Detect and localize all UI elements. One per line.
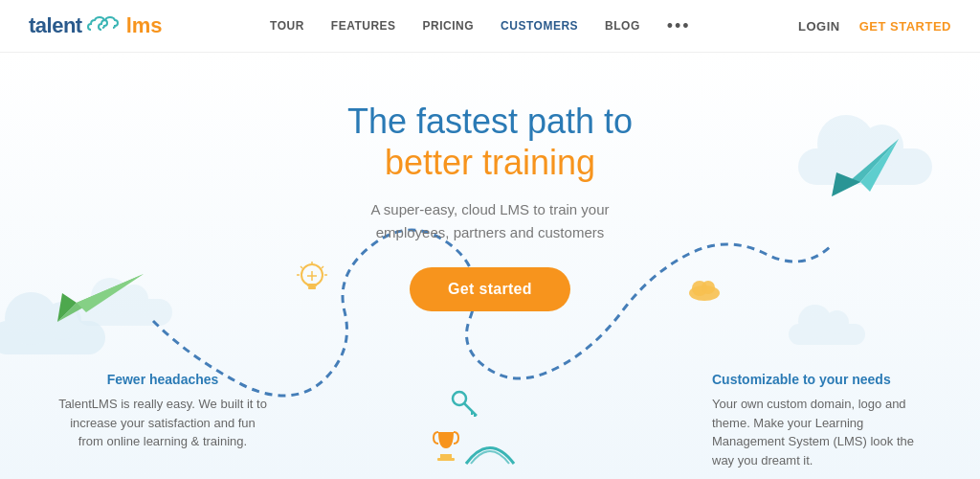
hero-subtitle: A super-easy, cloud LMS to train your em… [19,198,961,244]
get-started-button[interactable]: Get started [410,267,570,311]
hero-subtitle-line1: A super-easy, cloud LMS to train your [370,201,609,217]
logo-cloud-icon [86,15,122,33]
nav-links: TOUR FEATURES PRICING CUSTOMERS BLOG ••• [270,16,691,36]
hero-subtitle-line2: employees, partners and customers [376,224,604,240]
nav-tour[interactable]: TOUR [270,19,304,33]
hero-title-line2: better training [19,142,961,183]
logo-talent-text: talent [29,13,82,38]
cloud-4 [789,324,865,345]
feature-right-title: Customizable to your needs [712,372,923,387]
nav-right: LOGIN GET STARTED [798,19,951,34]
nav-blog[interactable]: BLOG [605,19,640,33]
nav-customers[interactable]: CUSTOMERS [501,19,578,33]
feature-left: Fewer headaches TalentLMS is really easy… [57,372,268,469]
nav-login[interactable]: LOGIN [798,19,840,34]
bottom-features: Fewer headaches TalentLMS is really easy… [0,353,980,479]
nav-more-dots[interactable]: ••• [667,16,691,36]
logo-lms-text: lms [126,13,163,38]
nav-get-started[interactable]: GET STARTED [859,19,951,34]
logo[interactable]: talent lms [29,13,163,38]
nav-features[interactable]: FEATURES [331,19,396,33]
feature-right-text: Your own custom domain, logo and theme. … [712,395,923,469]
feature-right: Customizable to your needs Your own cust… [712,372,923,469]
feature-left-text: TalentLMS is really easy. We built it to… [57,395,268,451]
navbar: talent lms TOUR FEATURES PRICING CUSTOME… [0,0,980,53]
hero-title-line1: The fastest path to [19,101,961,142]
feature-left-title: Fewer headaches [57,372,268,387]
hero-section: The fastest path to better training A su… [0,53,980,479]
nav-pricing[interactable]: PRICING [423,19,475,33]
